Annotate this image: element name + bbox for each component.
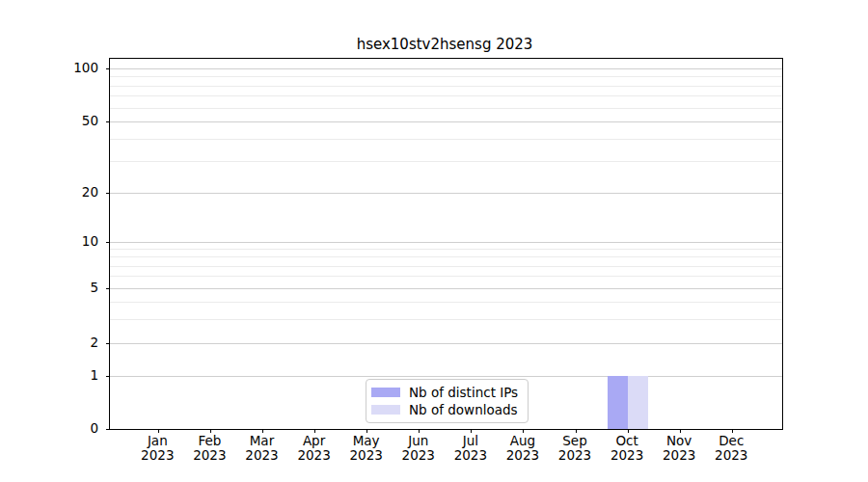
bar-distinct-ips [608,376,628,429]
major-gridline [110,376,782,377]
minor-gridline [110,266,782,267]
x-tick-label: Oct2023 [610,434,643,463]
minor-gridline [110,86,782,87]
figure: hsex10stv2hsensg 2023 Nb of distinct IPs… [0,0,868,482]
major-gridline [110,68,782,69]
y-tick-label: 5 [41,281,98,294]
x-tick-label: Apr2023 [297,434,330,463]
major-gridline [110,343,782,344]
y-tick-label: 2 [41,335,98,349]
y-tick-label: 10 [41,234,98,248]
x-tick-label: Nov2023 [663,434,695,463]
y-tick-mark [106,429,110,430]
x-tick-label: Sep2023 [558,434,591,463]
y-tick-mark [106,288,110,289]
legend-swatch-downloads-icon [371,405,400,415]
x-tick-label: Dec2023 [715,434,747,463]
minor-gridline [110,249,782,250]
major-gridline [110,288,782,289]
minor-gridline [110,139,782,140]
x-tick-label: May2023 [349,434,382,463]
minor-gridline [110,302,782,303]
legend: Nb of distinct IPs Nb of downloads [366,379,529,423]
minor-gridline [110,161,782,162]
y-tick-label: 50 [41,114,98,127]
minor-gridline [110,108,782,109]
y-tick-mark [106,121,110,122]
y-tick-label: 20 [41,185,98,199]
y-tick-mark [106,343,110,344]
minor-gridline [110,256,782,257]
legend-swatch-distinct-ips-icon [371,388,400,397]
legend-label-downloads: Nb of downloads [409,402,518,417]
major-gridline [110,121,782,122]
y-tick-mark [106,68,110,69]
bar-downloads [628,376,648,429]
y-tick-label: 1 [41,368,98,382]
legend-label-distinct-ips: Nb of distinct IPs [409,385,518,400]
x-tick-label: Aug2023 [506,434,539,463]
legend-item-distinct-ips: Nb of distinct IPs [371,385,518,400]
minor-gridline [110,319,782,320]
y-tick-mark [106,376,110,377]
x-tick-label: Feb2023 [193,434,226,463]
y-tick-label: 0 [41,421,98,435]
y-tick-label: 100 [41,61,98,74]
plot-area [109,58,783,430]
y-tick-mark [106,242,110,243]
chart-title: hsex10stv2hsensg 2023 [357,36,533,53]
legend-item-downloads: Nb of downloads [371,402,518,417]
minor-gridline [110,76,782,77]
x-tick-label: Jan2023 [141,434,174,463]
x-tick-label: Jul2023 [454,434,487,463]
y-tick-mark [106,193,110,194]
major-gridline [110,242,782,243]
minor-gridline [110,276,782,277]
minor-gridline [110,95,782,96]
major-gridline [110,193,782,194]
x-tick-label: Jun2023 [402,434,435,463]
x-tick-label: Mar2023 [245,434,278,463]
